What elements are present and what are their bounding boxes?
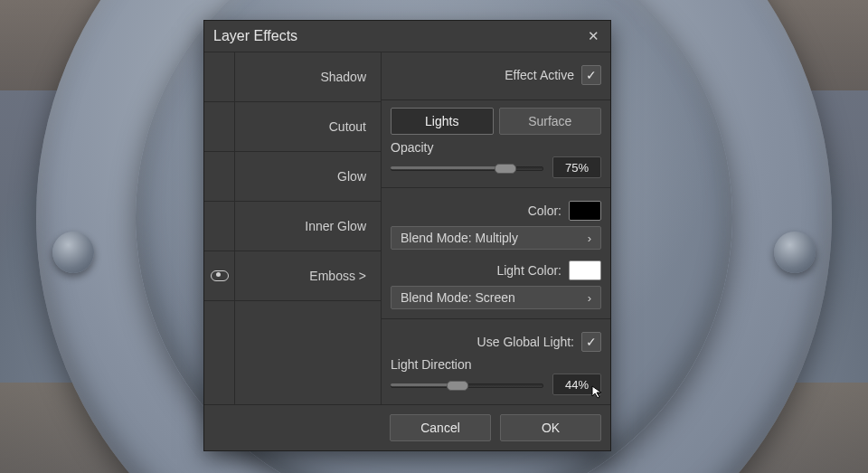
cancel-button[interactable]: Cancel (390, 414, 491, 441)
effect-label: Inner Glow (235, 219, 381, 233)
section-color-blend: Color: Blend Mode: Multiply › Light Colo… (382, 188, 610, 319)
layer-effects-dialog: Layer Effects ✕ Shadow Cutout Glow Inner… (203, 20, 611, 451)
blend-mode-shadow-dropdown[interactable]: Blend Mode: Multiply › (391, 226, 601, 250)
effect-row-shadow[interactable]: Shadow (204, 52, 381, 102)
dialog-footer: Cancel OK (204, 404, 610, 450)
effect-list-spacer (204, 301, 381, 404)
effect-row-emboss[interactable]: Emboss > (204, 251, 381, 301)
effect-active-label: Effect Active (505, 68, 574, 82)
blend-mode-light-dropdown[interactable]: Blend Mode: Screen › (391, 286, 601, 309)
dialog-title: Layer Effects (213, 28, 297, 44)
effect-label: Shadow (235, 70, 381, 84)
blend-mode-light-label: Blend Mode: Screen (401, 290, 515, 305)
visibility-column-spacer (204, 301, 235, 404)
color-label: Color: (528, 203, 561, 218)
effect-list: Shadow Cutout Glow Inner Glow Emboss > (204, 52, 382, 404)
blend-mode-shadow-label: Blend Mode: Multiply (401, 231, 518, 245)
chevron-right-icon: › (588, 291, 591, 305)
color-swatch[interactable] (569, 201, 601, 221)
dialog-titlebar[interactable]: Layer Effects ✕ (204, 21, 610, 52)
light-color-swatch[interactable] (569, 260, 601, 280)
global-light-label: Use Global Light: (477, 335, 574, 349)
rivet-left (52, 232, 94, 273)
tab-surface[interactable]: Surface (499, 108, 602, 135)
visibility-toggle-emboss[interactable] (204, 251, 235, 300)
opacity-label: Opacity (391, 140, 433, 155)
section-effect-active: Effect Active ✓ (382, 52, 610, 100)
close-icon[interactable]: ✕ (585, 28, 601, 44)
rivet-right (774, 232, 816, 273)
visibility-toggle-glow[interactable] (204, 152, 235, 201)
visibility-toggle-cutout[interactable] (204, 102, 235, 151)
global-light-checkbox[interactable]: ✓ (581, 332, 601, 352)
effect-row-glow[interactable]: Glow (204, 152, 381, 202)
ok-button[interactable]: OK (500, 414, 601, 441)
effect-active-checkbox[interactable]: ✓ (581, 65, 601, 85)
light-direction-value[interactable]: 44% (552, 374, 601, 395)
effect-row-inner-glow[interactable]: Inner Glow (204, 202, 381, 251)
effect-row-cutout[interactable]: Cutout (204, 102, 381, 152)
subtabs: Lights Surface (391, 108, 601, 135)
visibility-toggle-inner-glow[interactable] (204, 202, 235, 251)
visibility-toggle-shadow[interactable] (204, 52, 235, 101)
effect-label: Glow (235, 169, 381, 184)
opacity-value[interactable]: 75% (552, 156, 601, 178)
light-color-label: Light Color: (496, 263, 561, 278)
effect-label: Cutout (235, 119, 381, 134)
light-direction-slider[interactable] (391, 378, 543, 391)
effect-properties-panel: Effect Active ✓ Lights Surface Opacity (382, 52, 610, 404)
tab-lights[interactable]: Lights (391, 108, 494, 135)
chevron-right-icon: › (588, 232, 591, 245)
effect-label: Emboss > (235, 269, 381, 283)
light-direction-label: Light Direction (391, 357, 472, 372)
section-light-direction: Use Global Light: ✓ Light Direction 44% (382, 319, 610, 404)
opacity-slider[interactable] (391, 161, 543, 174)
eye-icon (211, 270, 229, 281)
section-tabs-opacity: Lights Surface Opacity 75% (382, 100, 610, 188)
